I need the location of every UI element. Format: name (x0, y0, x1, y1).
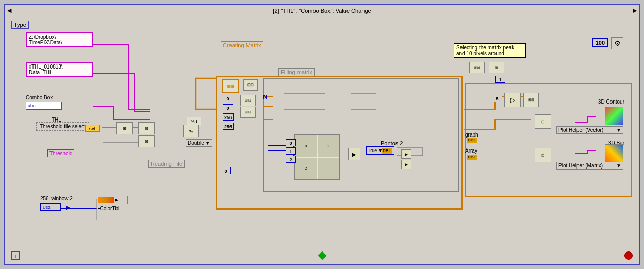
title-bar: ◀ [2] "THL", "Combo Box": Value Change ▶ (5, 5, 639, 16)
double-dropdown[interactable]: Double ▼ (186, 139, 212, 147)
right-icon-3[interactable]: ⊞⊟ (523, 93, 539, 107)
main-window: ◀ [2] "THL", "Combo Box": Value Change ▶ (4, 4, 640, 265)
arrow-convert-block[interactable]: ▶ (348, 148, 360, 160)
num-5-block[interactable]: 5 (492, 95, 502, 102)
title-bar-controls: ◀ (7, 7, 11, 14)
num-0-bottom[interactable]: 0 (221, 167, 231, 174)
combo-box-input[interactable]: abc (26, 102, 62, 110)
graph-label: graph (465, 132, 478, 138)
array-label: Array (465, 148, 477, 154)
threshold-label: Threshold (47, 149, 74, 157)
matrix-grid-block[interactable]: 0 1 2 (294, 134, 340, 180)
three-d-contour-label: 3D Contour (598, 99, 624, 105)
creating-matrix-label: Creating Matrix (221, 41, 263, 49)
title-arrow-right[interactable]: ▶ (633, 7, 637, 14)
sel-block[interactable]: sel (85, 125, 100, 132)
colortbl-label: •ColorTbl (98, 206, 119, 211)
info-icon[interactable]: i (11, 251, 20, 260)
title-bar-right: ▶ (633, 7, 637, 14)
ph-vector-arrow[interactable]: ▼ (616, 127, 621, 133)
ph-matrix-arrow[interactable]: ▼ (616, 163, 621, 169)
pontos-label: Pontos 2 (381, 140, 403, 146)
file-path-1[interactable]: Z:\Dropbox\ TimePIX\Data\ (26, 32, 93, 47)
rainbow-256-label: 256 rainbow 2 (40, 196, 73, 201)
icon-m3[interactable]: ⊞⊟ (240, 107, 256, 118)
num-1-right[interactable]: 1 (495, 76, 505, 83)
canvas-area: Type Z:\Dropbox\ TimePIX\Data\ xTHL_0108… (5, 16, 639, 264)
case-block-1[interactable]: ▶ (401, 149, 411, 159)
num-0-block-2[interactable]: 0 (223, 104, 233, 111)
threshold-file-select: Threshold file select (36, 122, 89, 131)
graph-wire-box: ▶ (97, 196, 128, 204)
three-d-bar-thumbnail[interactable] (605, 144, 623, 163)
icon-block-left-3[interactable]: ⊟ (138, 135, 155, 147)
icon-block-m1[interactable]: ⊟⊟ (243, 79, 258, 91)
settings-icon[interactable]: ⚙ (611, 37, 623, 49)
dropdown-arrow[interactable]: ▼ (205, 140, 210, 146)
selecting-matrix-label: Selecting the matrix peak and 10 pixels … (454, 43, 526, 58)
icon-block-left-2[interactable]: ⊟ (138, 122, 155, 134)
title-arrow-left[interactable]: ◀ (7, 7, 11, 14)
num-256-block-2[interactable]: 256 (223, 123, 234, 130)
rainbow-arrow: ▶ (66, 205, 70, 210)
plot-helper-icon-1[interactable]: ⊡ (535, 114, 551, 129)
reading-file-label: Reading File (148, 160, 185, 168)
type-label: Type (11, 21, 29, 29)
value-100-box[interactable]: 100 (592, 38, 608, 47)
combo-box-label: Combo Box (26, 95, 53, 100)
icon-block-left-1[interactable]: ⊞ (116, 122, 133, 134)
compare-block[interactable]: ▷ (504, 93, 521, 107)
right-icon-2[interactable]: ⊞ (489, 62, 504, 73)
idx-2[interactable]: 2 (286, 156, 296, 163)
three-d-contour-thumbnail[interactable] (605, 107, 623, 125)
icon-m2[interactable]: ⊞⊟ (240, 95, 256, 106)
dbl-badge-graph: DBL (467, 138, 477, 143)
plot-helper-vector[interactable]: Plot Helper (Vector) ▼ (556, 126, 623, 134)
idx-1[interactable]: 1 (286, 147, 296, 155)
dbl-badge-pontos: DBL (382, 148, 392, 154)
idx-0[interactable]: 0 (286, 139, 296, 146)
case-block-2[interactable]: ▶ (401, 160, 411, 169)
right-icon-1[interactable]: ⊞⊟ (469, 62, 485, 73)
filling-matrix-label: Filling matrix (278, 68, 315, 76)
inner-loop-frame (263, 78, 459, 192)
n-label: N (263, 94, 267, 100)
run-icon[interactable] (318, 251, 326, 260)
plot-helper-matrix[interactable]: Plot Helper (Matrix) ▼ (556, 162, 623, 170)
rainbow-box[interactable]: U32 (40, 203, 61, 211)
file-path-2[interactable]: xTHL_010813\ Data_THL_ (26, 62, 93, 77)
window-title: [2] "THL", "Combo Box": Value Change (273, 8, 371, 14)
format-string-block[interactable]: σ₀ (183, 125, 199, 137)
stop-icon[interactable] (624, 251, 633, 260)
matrix-block-1[interactable]: ⊞⊞ (222, 79, 239, 93)
num-0-block-1[interactable]: 0 (223, 95, 233, 102)
plot-helper-icon-2[interactable]: ⊡ (535, 148, 551, 162)
dbl-badge-array: DBL (467, 155, 477, 160)
num-256-block-1[interactable]: 256 (223, 113, 234, 121)
